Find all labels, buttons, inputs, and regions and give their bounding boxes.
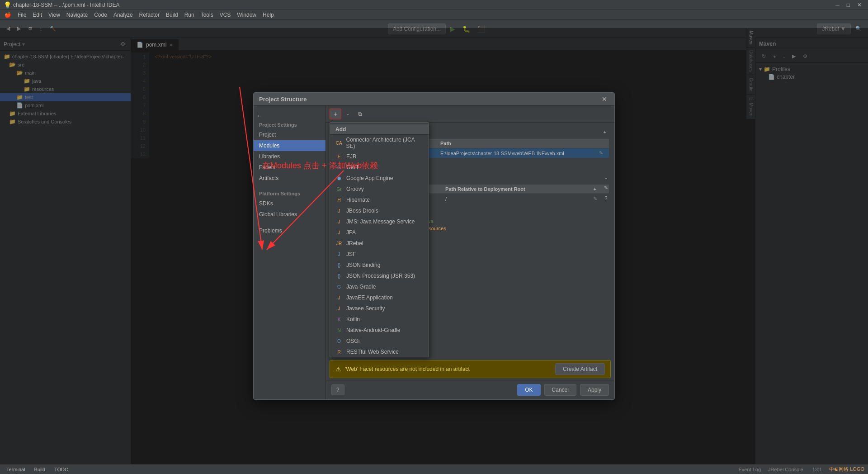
todo-btn[interactable]: TODO: [52, 465, 71, 474]
dropdown-item-json-processing[interactable]: {} JSON Processing (JSR 353): [330, 270, 429, 281]
hibernate-icon: H: [335, 196, 343, 204]
dialog-apply-btn[interactable]: Apply: [580, 384, 609, 396]
menu-navigate[interactable]: Navigate: [64, 11, 90, 19]
menu-analyze[interactable]: Analyze: [111, 11, 136, 19]
warning-icon: ⚠: [335, 365, 341, 373]
ejb-icon: E: [335, 153, 343, 160]
menu-help[interactable]: Help: [260, 11, 277, 19]
add-facet-dropdown: Add CA Connector Architecture (JCA SE) E…: [330, 122, 429, 357]
dropdown-item-hibernate[interactable]: H Hibernate: [330, 194, 429, 205]
dropdown-item-jrebel[interactable]: JR JRebel: [330, 238, 429, 249]
dialog-cancel-btn[interactable]: Cancel: [544, 384, 576, 396]
jrebel-dropdown-icon: JR: [335, 240, 343, 247]
osgi-icon: O: [335, 337, 343, 345]
close-btn[interactable]: ✕: [854, 2, 864, 8]
dropdown-item-jpa[interactable]: J JPA: [330, 227, 429, 238]
dropdown-item-jboss-drools[interactable]: J JBoss Drools: [330, 205, 429, 216]
content-edit-btn[interactable]: ✎: [601, 184, 611, 192]
project-structure-dialog: Project Structure ✕ ← Project Settings P…: [253, 92, 615, 400]
build-btn[interactable]: Build: [32, 465, 48, 474]
ca-icon: CA: [335, 139, 343, 147]
maximize-btn[interactable]: □: [844, 2, 853, 8]
dialog-footer: ? OK Cancel Apply: [326, 380, 614, 399]
gwt-icon: G: [335, 164, 343, 171]
menu-apple[interactable]: 🍎: [2, 11, 14, 19]
menu-code[interactable]: Code: [91, 11, 110, 19]
dropdown-item-native-android[interactable]: N Native-Android-Gradle: [330, 325, 429, 336]
dialog-overlay: Project Structure ✕ ← Project Settings P…: [0, 28, 868, 464]
dropdown-item-java-gradle[interactable]: G Java-Gradle: [330, 281, 429, 292]
dropdown-item-ejb[interactable]: E EJB: [330, 151, 429, 162]
content-remove-btn[interactable]: -: [601, 174, 611, 182]
nav-project[interactable]: Project: [254, 129, 326, 140]
relative-path: /: [442, 194, 590, 204]
content-help-btn[interactable]: ?: [601, 194, 611, 202]
dropdown-item-ca[interactable]: CA Connector Architecture (JCA SE): [330, 135, 429, 151]
dropdown-header: Add: [330, 124, 429, 135]
add-facet-btn[interactable]: +: [330, 109, 341, 119]
position-label: 13:1: [812, 467, 822, 472]
menu-tools[interactable]: Tools: [198, 11, 216, 19]
project-settings-label: Project Settings: [254, 120, 326, 129]
watermark: 中☯网络 LOGO: [829, 466, 864, 473]
actions-col-header: [595, 139, 609, 148]
dropdown-item-jms[interactable]: J JMS: Java Message Service: [330, 216, 429, 227]
dialog-help-btn[interactable]: ?: [331, 384, 344, 395]
descriptor-path: E:\IdeaProjects\chapter-18-SSM\web\WEB-I…: [437, 148, 595, 158]
jsf-icon: J: [335, 251, 343, 258]
menu-view[interactable]: View: [46, 11, 63, 19]
nav-facets[interactable]: Facets: [254, 162, 326, 173]
menu-build[interactable]: Build: [163, 11, 181, 19]
nav-back-btn[interactable]: ←: [254, 111, 265, 120]
dropdown-item-javaee-app[interactable]: J JavaEE Application: [330, 292, 429, 303]
native-android-icon: N: [335, 327, 343, 334]
dropdown-item-json-binding[interactable]: {} JSON Binding: [330, 260, 429, 270]
menu-run[interactable]: Run: [182, 11, 197, 19]
nav-sdks[interactable]: SDKs: [254, 198, 326, 209]
descriptor-edit-btn[interactable]: ✎: [595, 148, 609, 158]
dialog-main: + - ⧉ Add CA Connector Architecture (JCA…: [326, 106, 614, 399]
kotlin-icon: K: [335, 316, 343, 323]
minimize-btn[interactable]: ─: [833, 2, 842, 8]
jpa-icon: J: [335, 229, 343, 236]
menu-edit[interactable]: Edit: [30, 11, 45, 19]
dropdown-item-javaee-security[interactable]: J Javaee Security: [330, 303, 429, 314]
javaee-security-icon: J: [335, 305, 343, 312]
dropdown-item-gwt[interactable]: G GWT: [330, 162, 429, 173]
dialog-footer-buttons: OK Cancel Apply: [517, 384, 609, 396]
menu-vcs[interactable]: VCS: [217, 11, 234, 19]
nav-artifacts[interactable]: Artifacts: [254, 173, 326, 184]
jrebel-console-label: JRebel Console: [768, 467, 803, 472]
nav-global-libs[interactable]: Global Libraries: [254, 209, 326, 220]
groovy-icon: Gr: [335, 185, 343, 193]
terminal-btn[interactable]: Terminal: [4, 465, 28, 474]
menu-refactor[interactable]: Refactor: [137, 11, 162, 19]
menu-window[interactable]: Window: [234, 11, 259, 19]
jms-icon: J: [335, 218, 343, 225]
nav-modules[interactable]: Modules: [254, 140, 326, 151]
dropdown-item-restful[interactable]: R RESTful Web Service: [330, 346, 429, 357]
path-relative-col-header: Path Relative to Deployment Root: [442, 185, 590, 194]
create-artifact-btn[interactable]: Create Artifact: [555, 363, 605, 375]
platform-settings-label: Platform Settings: [254, 189, 326, 198]
json-binding-icon: {}: [335, 261, 343, 269]
dropdown-item-osgi[interactable]: O OSGi: [330, 336, 429, 346]
dialog-close-btn[interactable]: ✕: [600, 95, 609, 103]
copy-facet-btn[interactable]: ⧉: [354, 109, 366, 118]
dropdown-item-groovy[interactable]: Gr Groovy: [330, 184, 429, 194]
dialog-ok-btn[interactable]: OK: [517, 384, 540, 396]
nav-libraries[interactable]: Libraries: [254, 151, 326, 162]
jboss-icon: J: [335, 207, 343, 214]
path-col-header: Path: [437, 139, 595, 148]
gae-icon: ⬟: [335, 175, 343, 182]
add-deployment-descriptor-btn[interactable]: +: [601, 128, 609, 136]
javaee-icon: J: [335, 294, 343, 301]
dropdown-item-google-app-engine[interactable]: ⬟ Google App Engine: [330, 173, 429, 184]
dialog-left-nav: ← Project Settings Project Modules Libra…: [254, 106, 326, 399]
remove-facet-btn[interactable]: -: [343, 109, 353, 119]
dropdown-item-jsf[interactable]: J JSF: [330, 249, 429, 260]
nav-problems[interactable]: Problems: [254, 225, 326, 236]
menu-file[interactable]: File: [15, 11, 29, 19]
dialog-title: Project Structure: [259, 96, 307, 103]
dropdown-item-kotlin[interactable]: K Kotlin: [330, 314, 429, 325]
